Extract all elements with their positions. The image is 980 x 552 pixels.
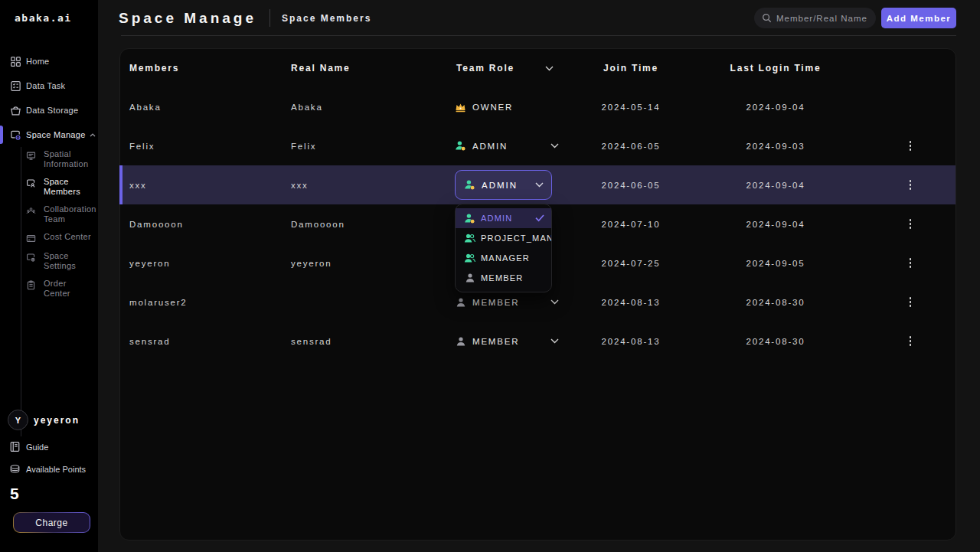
- sidebar-item-data-storage[interactable]: Data Storage: [0, 98, 98, 122]
- member-name-cell: Damoooon: [120, 220, 282, 229]
- admin-icon: [455, 140, 466, 152]
- chevron-down-icon[interactable]: [550, 338, 559, 344]
- table-row: sensradsensradMEMBER2024-08-132024-08-30: [120, 322, 956, 361]
- row-actions-menu-button[interactable]: [905, 216, 916, 232]
- role-option-label: ADMIN: [481, 214, 512, 223]
- add-member-button[interactable]: Add Member: [881, 8, 956, 28]
- chevron-down-icon[interactable]: [550, 299, 559, 305]
- role-label: ADMIN: [472, 142, 508, 151]
- join-time-cell: 2024-05-14: [576, 103, 686, 112]
- spatial-information-icon: [25, 150, 36, 161]
- real-name-cell: Damoooon: [282, 220, 446, 229]
- team-role-cell[interactable]: MEMBER: [446, 335, 576, 347]
- sidebar-item-home[interactable]: Home: [0, 49, 98, 73]
- team-role-cell[interactable]: ADMIN: [446, 140, 576, 152]
- role-option-label: PROJECT_MANAGER: [481, 234, 551, 243]
- role-option-project_manager[interactable]: PROJECT_MANAGER: [456, 228, 551, 248]
- team-role-cell[interactable]: MEMBER: [446, 296, 576, 308]
- column-header-team-role[interactable]: Team Role: [446, 63, 576, 73]
- last-login-cell: 2024-09-04: [686, 220, 865, 229]
- sidebar-subitem-spatial-information[interactable]: SpatialInformation: [0, 145, 98, 173]
- member-name-cell: Abaka: [120, 103, 282, 112]
- member-name-cell: sensrad: [120, 337, 282, 346]
- real-name-cell: xxx: [282, 181, 446, 190]
- available-points-value: 5: [10, 485, 19, 503]
- brand-logo: abaka.ai: [15, 12, 72, 24]
- space-members-icon: [25, 178, 36, 188]
- member-icon: [455, 335, 466, 347]
- join-time-cell: 2024-07-25: [576, 259, 686, 268]
- sidebar-item-label: Space Manage: [26, 130, 86, 139]
- sidebar-subitem-space-members[interactable]: SpaceMembers: [0, 173, 98, 201]
- members-table-card: Members Real Name Team Role Join Time La…: [119, 48, 956, 541]
- join-time-cell: 2024-08-13: [576, 298, 686, 307]
- member-name-cell: Felix: [120, 142, 282, 151]
- row-actions-menu-button[interactable]: [905, 177, 916, 193]
- sidebar-subitem-cost-center[interactable]: Cost Center: [0, 228, 98, 247]
- real-name-cell: Abaka: [282, 103, 446, 112]
- sidebar: abaka.ai HomeData TaskData StorageSpace …: [0, 0, 98, 552]
- real-name-cell: sensrad: [282, 337, 446, 346]
- user-profile[interactable]: Y yeyeron: [8, 410, 80, 430]
- last-login-cell: 2024-09-05: [686, 259, 865, 268]
- role-option-label: MEMBER: [481, 273, 523, 283]
- table-row: xxxxxx2024-06-052024-09-04ADMINADMINPROJ…: [120, 165, 956, 204]
- column-header-real-name: Real Name: [282, 63, 446, 73]
- footer-item-label: Available Points: [26, 465, 86, 474]
- chevron-down-icon[interactable]: [550, 143, 559, 149]
- search-box[interactable]: [754, 8, 876, 28]
- row-actions-menu-button[interactable]: [905, 138, 916, 154]
- last-login-cell: 2024-09-03: [686, 142, 865, 151]
- member-name-cell: xxx: [120, 181, 282, 190]
- column-header-join-time: Join Time: [576, 63, 686, 73]
- role-option-member[interactable]: MEMBER: [456, 268, 551, 288]
- role-option-label: MANAGER: [481, 253, 530, 263]
- sidebar-subitem-label: SpaceSettings: [44, 251, 76, 271]
- charge-button[interactable]: Charge: [13, 512, 90, 533]
- chevron-down-icon: [535, 182, 544, 188]
- role-option-admin[interactable]: ADMIN: [456, 208, 551, 228]
- join-time-cell: 2024-08-13: [576, 337, 686, 346]
- cost-center-icon: [25, 233, 36, 243]
- row-actions-menu-button[interactable]: [905, 333, 916, 349]
- footer-item-label: Guide: [26, 443, 48, 452]
- page-subtitle: Space Members: [282, 13, 371, 24]
- sidebar-subitem-label: SpaceMembers: [44, 177, 80, 197]
- last-login-cell: 2024-09-04: [686, 181, 865, 190]
- join-time-cell: 2024-07-10: [576, 220, 686, 229]
- last-login-cell: 2024-09-04: [686, 103, 865, 112]
- sidebar-subitem-label: OrderCenter: [44, 279, 70, 299]
- member-icon: [464, 273, 475, 284]
- role-option-manager[interactable]: MANAGER: [456, 248, 551, 268]
- sidebar-item-guide[interactable]: Guide: [9, 441, 48, 452]
- home-icon: [9, 55, 21, 67]
- row-actions-menu-button[interactable]: [905, 255, 916, 271]
- space-manage-icon: [9, 129, 21, 141]
- sidebar-item-available-points[interactable]: Available Points: [9, 463, 86, 475]
- real-name-cell: Felix: [282, 142, 446, 151]
- data-task-icon: [9, 80, 21, 92]
- admin-icon: [464, 213, 475, 224]
- title-divider: [270, 9, 270, 27]
- sidebar-subitem-space-settings[interactable]: SpaceSettings: [0, 247, 98, 275]
- member-name-cell: yeyeron: [120, 259, 282, 268]
- page-title: Space Manage: [119, 10, 256, 27]
- search-icon: [762, 13, 772, 23]
- sidebar-item-data-task[interactable]: Data Task: [0, 73, 98, 98]
- role-label: MEMBER: [472, 298, 519, 307]
- points-icon: [9, 463, 21, 475]
- table-row: FelixFelixADMIN2024-06-052024-09-03: [120, 126, 956, 165]
- crown-icon: [455, 101, 466, 113]
- sidebar-item-space-manage[interactable]: Space Manage: [0, 122, 98, 147]
- sidebar-subitem-collaboration-team[interactable]: CollaborationTeam: [0, 201, 98, 228]
- sidebar-subitem-label: Cost Center: [44, 232, 91, 242]
- sidebar-item-label: Data Task: [26, 81, 65, 90]
- row-actions-menu-button[interactable]: [905, 294, 916, 310]
- sidebar-subitem-order-center[interactable]: OrderCenter: [0, 275, 98, 302]
- search-input[interactable]: [776, 14, 868, 23]
- admin-icon: [464, 179, 475, 191]
- avatar: Y: [8, 410, 28, 430]
- charge-button-label: Charge: [14, 513, 90, 532]
- team-role-cell: OWNER: [446, 101, 576, 113]
- role-select[interactable]: ADMIN: [455, 170, 552, 200]
